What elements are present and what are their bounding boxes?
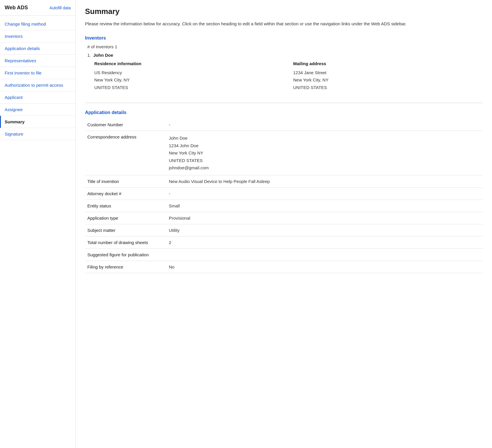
mailing-label: Mailing address	[293, 61, 483, 66]
inventor-details: Residence informationUS ResidencyNew Yor…	[85, 61, 483, 94]
sidebar-title: Web ADS	[5, 5, 28, 11]
row-value	[167, 248, 483, 261]
row-value: New Audio Visual Device to Help People F…	[167, 175, 483, 187]
sidebar-link-inventors[interactable]: Inventors	[0, 30, 75, 42]
table-row: Application typeProvisional	[85, 212, 483, 224]
inventor-item: 1.John DoeResidence informationUS Reside…	[85, 53, 483, 94]
mailing-group: Mailing address1234 Jane StreetNew York …	[293, 61, 483, 94]
table-row: Correspondence addressJohn Doe1234 John …	[85, 131, 483, 175]
sidebar-link-representatives[interactable]: Representatives	[0, 55, 75, 67]
row-value: Provisional	[167, 212, 483, 224]
sidebar-item-assignee[interactable]: Assignee	[0, 104, 75, 116]
row-value: -	[167, 187, 483, 200]
row-value: Small	[167, 200, 483, 212]
intro-text: Please review the information below for …	[85, 21, 483, 27]
inventor-name: John Doe	[93, 53, 113, 58]
inventors-heading[interactable]: Inventors	[85, 35, 483, 41]
sidebar-item-first-inventor-to-file[interactable]: First inventor to file	[0, 67, 75, 79]
inventors-meta: # of inventors 1	[85, 44, 483, 49]
inventor-number: 1.	[87, 53, 91, 58]
row-label: Suggested figure for publication	[85, 248, 167, 261]
inventors-meta-label: # of inventors	[87, 44, 114, 49]
sidebar-nav: Change filing methodInventorsApplication…	[0, 18, 75, 140]
page-title: Summary	[85, 7, 483, 16]
sidebar-item-applicant[interactable]: Applicant	[0, 91, 75, 104]
row-value: John Doe1234 John DoeNew York City NYUNI…	[167, 131, 483, 175]
table-row: Entity statusSmall	[85, 200, 483, 212]
sidebar-link-authorization-to-permit-access[interactable]: Authorization to permit access	[0, 79, 75, 91]
table-row: Suggested figure for publication	[85, 248, 483, 261]
row-label: Correspondence address	[85, 131, 167, 175]
inventor-number-name: 1.John Doe	[85, 53, 483, 58]
table-row: Total number of drawing sheets2	[85, 236, 483, 248]
residence-value: US ResidencyNew York City, NYUNITED STAT…	[94, 69, 284, 91]
row-label: Title of invention	[85, 175, 167, 187]
application-details-heading[interactable]: Application details	[85, 110, 483, 115]
sidebar-item-change-filing-method[interactable]: Change filing method	[0, 18, 75, 30]
sidebar-link-change-filing-method[interactable]: Change filing method	[0, 18, 75, 30]
row-value: -	[167, 119, 483, 131]
row-label: Total number of drawing sheets	[85, 236, 167, 248]
sidebar-item-representatives[interactable]: Representatives	[0, 55, 75, 67]
inventors-meta-value: 1	[115, 44, 117, 49]
table-row: Title of inventionNew Audio Visual Devic…	[85, 175, 483, 187]
sidebar-link-signature[interactable]: Signature	[0, 128, 75, 140]
inventors-section: Inventors # of inventors 1 1.John DoeRes…	[85, 35, 483, 94]
sidebar-header: Web ADS Autofill data	[0, 5, 75, 16]
inventor-item: 1.John DoeResidence informationUS Reside…	[85, 53, 483, 94]
table-row: Subject matterUtility	[85, 224, 483, 236]
application-details-section: Application details Customer Number-Corr…	[85, 110, 483, 273]
table-row: Filing by referenceNo	[85, 261, 483, 273]
sidebar-item-inventors[interactable]: Inventors	[0, 30, 75, 42]
sidebar-item-signature[interactable]: Signature	[0, 128, 75, 140]
sidebar-link-application-details[interactable]: Application details	[0, 42, 75, 54]
row-value: No	[167, 261, 483, 273]
row-label: Customer Number	[85, 119, 167, 131]
sidebar-link-summary[interactable]: Summary	[1, 116, 75, 128]
row-value: Utility	[167, 224, 483, 236]
sidebar-item-authorization-to-permit-access[interactable]: Authorization to permit access	[0, 79, 75, 91]
row-value: 2	[167, 236, 483, 248]
row-label: Subject matter	[85, 224, 167, 236]
section-divider	[85, 103, 483, 103]
row-label: Entity status	[85, 200, 167, 212]
row-label: Application type	[85, 212, 167, 224]
table-row: Attorney docket #-	[85, 187, 483, 200]
application-details-table: Customer Number-Correspondence addressJo…	[85, 119, 483, 273]
main-content: Summary Please review the information be…	[76, 0, 492, 448]
autofill-link[interactable]: Autofill data	[49, 6, 71, 10]
sidebar-link-applicant[interactable]: Applicant	[0, 91, 75, 103]
table-row: Customer Number-	[85, 119, 483, 131]
row-label: Attorney docket #	[85, 187, 167, 200]
sidebar-item-application-details[interactable]: Application details	[0, 42, 75, 55]
residence-group: Residence informationUS ResidencyNew Yor…	[94, 61, 284, 94]
sidebar-link-assignee[interactable]: Assignee	[0, 104, 75, 115]
sidebar: Web ADS Autofill data Change filing meth…	[0, 0, 76, 448]
sidebar-link-first-inventor-to-file[interactable]: First inventor to file	[0, 67, 75, 79]
residence-label: Residence information	[94, 61, 284, 66]
sidebar-item-summary[interactable]: Summary	[0, 116, 75, 128]
row-label: Filing by reference	[85, 261, 167, 273]
mailing-value: 1234 Jane StreetNew York City, NYUNITED …	[293, 69, 483, 91]
